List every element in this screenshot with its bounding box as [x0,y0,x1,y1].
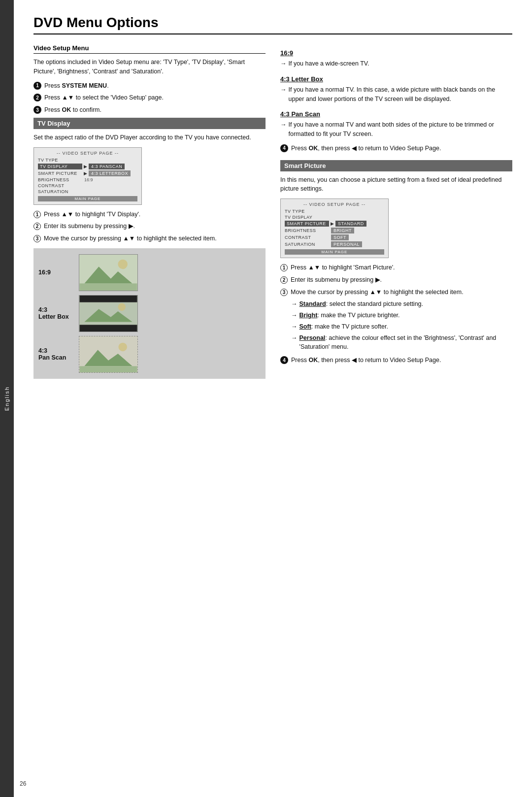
menu-row-saturation: SATURATION [38,189,137,194]
subsection-ps-text: → If you have a normal TV and want both … [280,120,512,139]
sp-option-personal: → Personal: achieve the colour effect se… [291,333,512,352]
step-3-number: 3 [33,106,41,114]
sp-step-2-text: Enter its submenu by pressing ▶. [291,275,382,285]
sp-step-4-text: Press OK, then press ◀ to return to Vide… [291,356,441,365]
smart-picture-header: Smart Picture [280,160,512,171]
subsection-16-9-text: → If you have a wide-screen TV. [280,59,512,68]
sp-step-4: 4 Press OK, then press ◀ to return to Vi… [280,356,512,365]
smart-picture-intro: In this menu, you can choose a picture s… [280,175,512,194]
page-number: 26 [20,780,26,787]
sp-step-3-num: 3 [280,289,288,296]
tv-display-header: TV Display [33,118,266,129]
sidebar-label: English [4,386,10,411]
menu-row-smart-picture: SMART PICTURE ▶ 4:3 LETTERBOX [38,170,137,176]
svg-rect-6 [80,325,137,332]
tv-display-step-1: 1 Press ▲▼ to highlight 'TV Display'. [33,210,266,219]
menu-screen-title: -- VIDEO SETUP PAGE -- [38,151,137,156]
tv-image-lb [79,295,138,332]
svg-point-2 [118,259,127,268]
tv-options-panel: 16:9 [33,248,266,379]
tv-display-step-3: 3 Move the cursor by pressing ▲▼ to high… [33,234,266,243]
step-1-text: Press SYSTEM MENU. [44,81,109,91]
step-1-system-menu: 1 Press SYSTEM MENU. [33,81,266,91]
td-step-4-text: Press OK, then press ◀ to return to Vide… [291,144,441,153]
menu-row-brightness: BRIGHTNESS 16:9 [38,177,137,182]
page-wrapper: English DVD Menu Options Video Setup Men… [0,0,532,797]
sp-step-3-text: Move the cursor by pressing ▲▼ to highli… [291,288,464,297]
subsection-lb-title: 4:3 Letter Box [280,75,512,83]
td-step-2-num: 2 [33,223,41,230]
sp-menu-row-contrast: CONTRAST SOFT [285,234,384,240]
tv-image-ps [79,336,138,373]
video-setup-menu-title: Video Setup Menu [33,44,266,54]
tv-display-step-2: 2 Enter its submenu by pressing ▶. [33,222,266,231]
step-3-text: Press OK to confirm. [44,105,101,115]
smart-picture-menu-screen: -- VIDEO SETUP PAGE -- TV TYPE TV DISPLA… [280,199,389,258]
td-step-4-num: 4 [280,144,288,152]
sp-menu-row-saturation: SATURATION PERSONAL [285,241,384,247]
sp-step-3: 3 Move the cursor by pressing ▲▼ to high… [280,288,512,297]
sp-option-bright: → Bright: make the TV picture brighter. [291,311,512,320]
sp-menu-row-smart: SMART PICTURE ▶ STANDARD [285,221,384,227]
sp-menu-row-tv-display: TV DISPLAY [285,215,384,220]
svg-rect-3 [80,283,137,291]
main-content: DVD Menu Options Video Setup Menu The op… [14,0,532,797]
sp-menu-title: -- VIDEO SETUP PAGE -- [285,202,384,207]
right-column: 16:9 → If you have a wide-screen TV. 4:3… [280,44,512,384]
left-column: Video Setup Menu The options included in… [33,44,266,384]
video-setup-menu-screen: -- VIDEO SETUP PAGE -- TV TYPE TV DISPLA… [33,147,142,205]
sidebar: English [0,0,14,797]
step-2-number: 2 [33,94,41,101]
sp-menu-row-tv-type: TV TYPE [285,209,384,214]
sp-menu-footer: MAIN PAGE [285,249,384,255]
tv-image-16-9 [79,254,138,291]
sp-step-1: 1 Press ▲▼ to highlight 'Smart Picture'. [280,263,512,272]
tv-display-step-4: 4 Press OK, then press ◀ to return to Vi… [280,144,512,153]
menu-row-contrast: CONTRAST [38,183,137,188]
sp-step-4-num: 4 [280,356,288,364]
td-step-3-num: 3 [33,235,41,242]
td-step-3-text: Move the cursor by pressing ▲▼ to highli… [44,234,217,243]
subsection-lb-text: → If you have a normal TV. In this case,… [280,85,512,104]
tv-option-lb: 4:3Letter Box [38,295,261,332]
menu-row-tv-type: TV TYPE [38,158,137,163]
subsection-ps-title: 4:3 Pan Scan [280,110,512,118]
td-step-1-text: Press ▲▼ to highlight 'TV Display'. [44,210,140,219]
menu-footer: MAIN PAGE [38,196,137,201]
sp-menu-row-brightness: BRIGHTNESS BRIGHT [285,228,384,233]
svg-rect-5 [80,296,137,302]
td-step-1-num: 1 [33,211,41,218]
page-title: DVD Menu Options [33,15,512,34]
svg-point-11 [118,342,127,351]
step-2-select-video-setup: 2 Press ▲▼ to select the 'Video Setup' p… [33,93,266,102]
sp-step-1-text: Press ▲▼ to highlight 'Smart Picture'. [291,263,395,272]
tv-option-ps-label: 4:3Pan Scan [38,347,73,361]
tv-display-intro: Set the aspect ratio of the DVD Player a… [33,133,266,142]
sp-step-2: 2 Enter its submenu by pressing ▶. [280,275,512,285]
tv-option-lb-label: 4:3Letter Box [38,306,73,320]
two-col-layout: Video Setup Menu The options included in… [33,44,512,384]
sp-option-standard: → Standard: select the standard picture … [291,299,512,309]
step-2-text: Press ▲▼ to select the 'Video Setup' pag… [44,93,164,102]
td-step-2-text: Enter its submenu by pressing ▶. [44,222,135,231]
tv-option-16-9-label: 16:9 [38,269,73,276]
tv-option-16-9: 16:9 [38,254,261,291]
sp-step-2-num: 2 [280,276,288,284]
svg-point-8 [118,303,126,311]
video-setup-intro: The options included in Video Setup menu… [33,58,266,76]
sp-option-soft: → Soft: make the TV picture softer. [291,322,512,332]
step-3-confirm: 3 Press OK to confirm. [33,105,266,115]
step-1-number: 1 [33,82,41,90]
svg-rect-12 [80,366,137,372]
menu-row-tv-display: TV DISPLAY ▶ 4:3 PANSCAN [38,164,137,169]
subsection-16-9-title: 16:9 [280,49,512,57]
tv-option-ps: 4:3Pan Scan [38,336,261,373]
sp-step-1-num: 1 [280,264,288,271]
